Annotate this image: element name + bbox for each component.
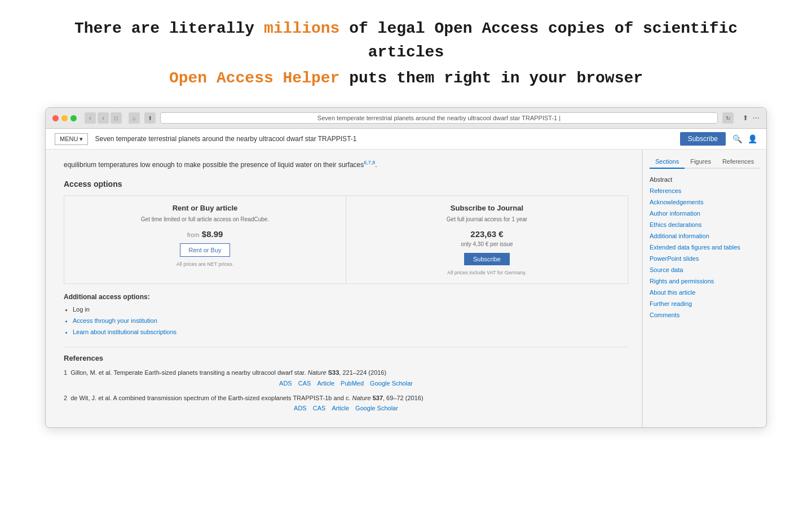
nav-buttons: ‹ › □	[85, 112, 122, 124]
sidebar-tabs: Sections Figures References	[650, 155, 760, 169]
header-line1-highlight: millions	[264, 20, 339, 37]
access-boxes: Rent or Buy article Get time limited or …	[64, 195, 628, 284]
ref2-cas[interactable]: CAS	[313, 405, 326, 411]
traffic-lights	[52, 115, 77, 121]
menu-button[interactable]: MENU ▾	[55, 133, 88, 145]
subscribe-title: Subscribe to Journal	[355, 204, 619, 213]
address-bar[interactable]: Seven temperate terrestrial planets arou…	[160, 112, 718, 124]
access-options-title: Access options	[64, 179, 628, 189]
intro-text: equilibrium temperatures low enough to m…	[64, 159, 628, 170]
rent-buy-price: from $8.99	[73, 229, 337, 239]
navbar-icons: 🔍 👤	[732, 134, 757, 143]
reference-2-links: ADS CAS Article Google Scholar	[64, 405, 628, 411]
additional-options: Additional access options: Log in Access…	[64, 293, 628, 338]
ref1-ads[interactable]: ADS	[279, 380, 292, 387]
user-icon[interactable]: 👤	[748, 134, 757, 143]
close-dot[interactable]	[52, 115, 59, 121]
share-icon[interactable]: ⬆	[743, 114, 748, 122]
subscribe-box: Subscribe to Journal Get full journal ac…	[346, 196, 628, 283]
reference-2: 2 de Wit, J. et al. A combined transmiss…	[64, 393, 628, 412]
ref1-article[interactable]: Article	[317, 380, 334, 387]
ref2-google-scholar[interactable]: Google Scholar	[355, 405, 398, 411]
price-prefix: from	[187, 231, 200, 238]
additional-options-list: Log in Access through your institution L…	[64, 304, 628, 338]
link-powerpoint[interactable]: PowerPoint slides	[650, 253, 760, 264]
search-icon[interactable]: 🔍	[732, 134, 742, 143]
link-further-reading[interactable]: Further reading	[650, 299, 760, 309]
ref2-article[interactable]: Article	[332, 405, 349, 411]
site-navbar: MENU ▾ Seven temperate terrestrial plane…	[46, 129, 766, 150]
rent-price-note: All prices are NET prices.	[73, 261, 337, 267]
rent-buy-button[interactable]: Rent or Buy	[180, 243, 230, 257]
rent-buy-subtitle: Get time limited or full article access …	[73, 216, 337, 224]
subscribe-button[interactable]: Subscribe	[680, 132, 726, 146]
share-button[interactable]: ⬆	[144, 112, 156, 124]
link-author-info[interactable]: Author information	[650, 208, 760, 218]
header-section: There are literally millions of legal Op…	[0, 0, 812, 102]
header-line1-before: There are literally	[74, 20, 264, 37]
browser-window: ‹ › □ ⌂ ⬆ Seven temperate terrestrial pl…	[45, 107, 767, 428]
link-extended-figures[interactable]: Extended data figures and tables	[650, 242, 760, 252]
rent-or-buy-box: Rent or Buy article Get time limited or …	[64, 196, 346, 283]
link-comments[interactable]: Comments	[650, 310, 760, 320]
link-acknowledgements[interactable]: Acknowledgements	[650, 197, 760, 207]
link-about[interactable]: About this article	[650, 287, 760, 297]
tab-figures[interactable]: Figures	[685, 155, 717, 168]
tab-sections[interactable]: Sections	[650, 155, 685, 169]
home-button[interactable]: ⌂	[129, 112, 140, 124]
sidebar-links: Abstract References Acknowledgements Aut…	[650, 174, 760, 320]
rent-buy-title: Rent or Buy article	[73, 204, 337, 213]
more-icon[interactable]: ⋯	[753, 114, 760, 122]
browser-chrome: ‹ › □ ⌂ ⬆ Seven temperate terrestrial pl…	[46, 108, 766, 129]
header-line2: Open Access Helper puts them right in yo…	[34, 67, 778, 90]
tab-references[interactable]: References	[717, 155, 760, 168]
site-title: Seven temperate terrestrial planets arou…	[95, 135, 673, 143]
link-source-data[interactable]: Source data	[650, 265, 760, 275]
header-line2-highlight: Open Access Helper	[169, 69, 339, 87]
ref2-ads[interactable]: ADS	[294, 405, 307, 411]
link-ethics[interactable]: Ethics declarations	[650, 220, 760, 230]
reference-1-text: 1 Gillon, M. et al. Temperate Earth-size…	[64, 368, 628, 378]
references-title: References	[64, 347, 628, 362]
window-button[interactable]: □	[111, 112, 122, 124]
subscribe-subtitle: Get full journal access for 1 year	[355, 216, 619, 224]
header-line2-after: puts them right in your browser	[339, 69, 643, 87]
link-rights[interactable]: Rights and permissions	[650, 276, 760, 286]
right-sidebar: Sections Figures References Abstract Ref…	[642, 150, 766, 427]
forward-button[interactable]: ›	[98, 112, 109, 124]
subscribe-box-button[interactable]: Subscribe	[464, 253, 510, 265]
additional-institution[interactable]: Access through your institution	[73, 316, 628, 327]
additional-login: Log in	[73, 304, 628, 316]
link-additional-info[interactable]: Additional information	[650, 231, 760, 241]
ref1-cas[interactable]: CAS	[298, 380, 311, 387]
additional-options-title: Additional access options:	[64, 293, 628, 301]
link-abstract: Abstract	[650, 174, 760, 185]
subscribe-price-note: only 4,30 € per issue	[355, 241, 619, 247]
minimize-dot[interactable]	[61, 115, 68, 121]
header-line1: There are literally millions of legal Op…	[34, 17, 778, 64]
toolbar-icons: ⬆ ⋯	[743, 114, 760, 122]
additional-learn[interactable]: Learn about institutional subscriptions	[73, 327, 628, 338]
article-content: equilibrium temperatures low enough to m…	[46, 150, 642, 427]
header-line1-after: of legal Open Access copies of scientifi…	[339, 20, 738, 61]
reference-2-text: 2 de Wit, J. et al. A combined transmiss…	[64, 393, 628, 403]
ref1-google-scholar[interactable]: Google Scholar	[370, 380, 413, 387]
link-references[interactable]: References	[650, 186, 760, 196]
intro-sup: 6,7,8	[364, 160, 375, 165]
price-value: $8.99	[202, 229, 223, 239]
reference-1-links: ADS CAS Article PubMed Google Scholar	[64, 380, 628, 387]
back-button[interactable]: ‹	[85, 112, 96, 124]
subscribe-price: 223,63 €	[355, 229, 619, 239]
subscribe-price-note2: All prices include VAT for Germany.	[355, 270, 619, 275]
reload-button[interactable]: ↻	[722, 112, 734, 124]
browser-body: equilibrium temperatures low enough to m…	[46, 150, 766, 427]
maximize-dot[interactable]	[70, 115, 77, 121]
references-section: References 1 Gillon, M. et al. Temperate…	[64, 347, 628, 411]
reference-1: 1 Gillon, M. et al. Temperate Earth-size…	[64, 368, 628, 387]
ref1-pubmed[interactable]: PubMed	[341, 380, 364, 387]
